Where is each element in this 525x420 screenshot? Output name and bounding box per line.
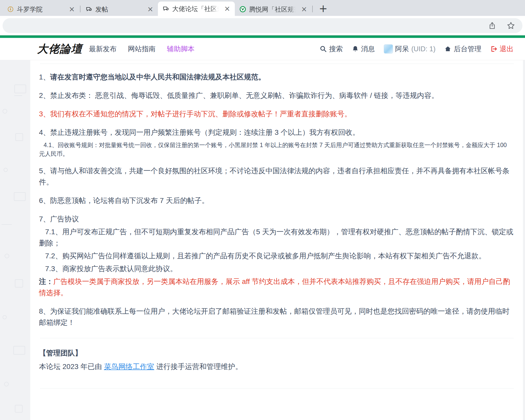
studio-link[interactable]: 菜鸟网络工作室 (104, 363, 154, 371)
messages-button[interactable]: 消息 (352, 44, 375, 54)
site-header: 大佬論壇 最新发布 网站指南 辅助脚本 搜索 消息 阿呆 (UID: 1) 后台… (0, 38, 525, 60)
new-tab-button[interactable]: + (317, 3, 329, 14)
admin-label: 后台管理 (454, 44, 481, 54)
logout-button[interactable]: 退出 (490, 44, 513, 54)
close-icon[interactable]: × (300, 6, 309, 13)
logout-icon (490, 45, 497, 53)
admin-panel-button[interactable]: 后台管理 (444, 44, 481, 54)
chat-bubbles-icon (86, 6, 92, 13)
close-icon[interactable]: × (146, 6, 155, 13)
user-menu[interactable]: 阿呆 (UID: 1) (384, 44, 436, 54)
bell-icon (352, 45, 359, 53)
divider (40, 64, 514, 64)
logout-label: 退出 (500, 44, 513, 54)
share-icon[interactable] (488, 22, 496, 30)
close-icon[interactable]: × (223, 5, 232, 12)
tab-separator (80, 6, 80, 12)
rule-7-1: 7.1、用户可发布正规广告，但不可短期内重复发布相同产品广告（5 天为一次有效发… (39, 226, 514, 249)
divider (40, 388, 514, 388)
search-label: 搜索 (329, 44, 343, 54)
tab-dalao-forum-rules[interactable]: 大佬论坛「社区规范」 - 大佬论 × (158, 2, 235, 16)
nav-site-guide[interactable]: 网站指南 (128, 44, 156, 54)
rule-4: 4、禁止违规注册账号，发现同一用户频繁注册账号（判定规则：连续注册 3 个以上）… (39, 127, 514, 138)
tab-title: 斗罗学院 (17, 5, 64, 14)
divider (40, 338, 514, 338)
username: 阿呆 (395, 44, 409, 54)
rule-7-2: 7.2、购买网站广告位同样遵循以上规则，且若推广的产品有历史不良记录或被多用户抵… (39, 250, 514, 262)
close-icon[interactable]: × (67, 6, 76, 13)
rule-1: 1、请在发言时遵守您当地以及中华人民共和国法律法规及本社区规范。 (39, 71, 514, 83)
nav-helper-scripts[interactable]: 辅助脚本 (167, 44, 195, 54)
address-bar[interactable] (3, 18, 522, 33)
user-avatar (384, 44, 393, 54)
rule-6: 6、防恶意顶帖，论坛将自动下沉发布 7 天后的帖子。 (39, 195, 514, 206)
rule-2: 2、禁止发布类： 恶意引战、侮辱诋毁、低质量推广、兼职刷单、无意义刷帖、诈骗欺诈… (39, 90, 514, 101)
compass-icon (7, 6, 14, 13)
tab-title: 腾悦网「社区规范」-站务公告- (249, 5, 297, 14)
browser-toolbar (0, 16, 525, 35)
rule-4-group: 4、禁止违规注册账号，发现同一用户频繁注册账号（判定规则：连续注册 3 个以上）… (39, 127, 514, 158)
rule-7-3: 7.3、商家投放广告表示默认同意此协议。 (39, 263, 514, 274)
bookmark-star-icon[interactable] (507, 21, 515, 30)
messages-label: 消息 (361, 44, 375, 54)
page-body: 1、请在发言时遵守您当地以及中华人民共和国法律法规及本社区规范。 2、禁止发布类… (0, 60, 525, 420)
main-nav: 最新发布 网站指南 辅助脚本 (89, 44, 195, 54)
rule-7: 7、广告协议 (39, 213, 514, 225)
tab-douluo-academy[interactable]: 斗罗学院 × (3, 3, 79, 16)
page-accent-bar (0, 35, 525, 38)
nav-latest-posts[interactable]: 最新发布 (89, 44, 117, 54)
tab-new-post[interactable]: 发帖 × (81, 3, 158, 16)
tab-separator (312, 6, 313, 12)
background-pattern (0, 60, 30, 420)
rule-4-1: 4.1、回收账号规则：对批量账号统一回收，仅保留注册的第一个账号，小黑屋封禁 1… (39, 141, 514, 158)
rule-8: 8、为保证我们能准确联系上每一位用户，大佬论坛开启了邮箱验证注册和发帖，邮箱仅管… (39, 306, 514, 328)
site-logo[interactable]: 大佬論壇 (37, 42, 82, 56)
green-v-badge-icon (239, 6, 246, 13)
team-section-title: 【管理团队】 (39, 347, 514, 359)
tab-title: 发帖 (95, 5, 143, 14)
tab-tengyue-rules[interactable]: 腾悦网「社区规范」-站务公告- × (235, 3, 312, 16)
search-button[interactable]: 搜索 (320, 44, 343, 54)
tab-title: 大佬论坛「社区规范」 - 大佬论 (172, 5, 220, 13)
chat-bubbles-icon (163, 5, 169, 12)
header-tools: 搜索 消息 阿呆 (UID: 1) 后台管理 退出 (320, 44, 514, 54)
team-line: 本论坛 2023 年已由 菜鸟网络工作室 进行接手运营和管理维护。 (39, 361, 514, 372)
rule-5: 5、请与他人和谐友善交流，共建一个良好氛围的社区环境；不讨论违反中国法律法规的内… (39, 165, 514, 188)
rule-note: 注：广告模块一类属于商家投放，另一类属本站在用服务，展示 aff 节约支出成本，… (39, 276, 514, 299)
rule-3: 3、我们有权在不通知您的情况下，对帖子进行手动下沉、删除或修改帖子！严重者直接删… (39, 108, 514, 120)
search-icon (320, 45, 327, 53)
home-icon (444, 45, 451, 53)
rules-content-card: 1、请在发言时遵守您当地以及中华人民共和国法律法规及本社区规范。 2、禁止发布类… (30, 60, 523, 420)
user-uid: (UID: 1) (411, 45, 436, 53)
rule-7-group: 7、广告协议 7.1、用户可发布正规广告，但不可短期内重复发布相同产品广告（5 … (39, 213, 514, 299)
browser-tab-bar: 斗罗学院 × 发帖 × 大佬论坛「社区规范」 - 大佬论 × 腾悦网「社区规范」… (0, 0, 525, 16)
